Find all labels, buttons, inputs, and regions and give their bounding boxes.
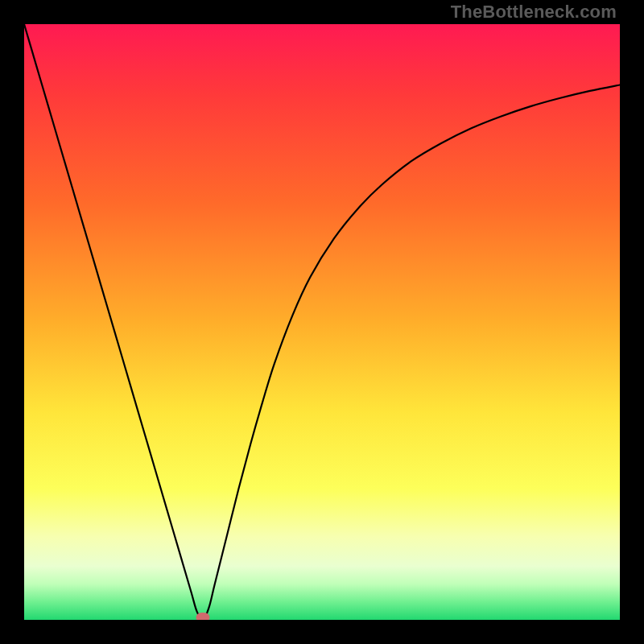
minimum-marker <box>196 613 210 620</box>
plot-area <box>24 24 620 620</box>
chart-frame: TheBottleneck.com <box>0 0 644 644</box>
curve-layer <box>24 24 620 620</box>
bottleneck-curve <box>24 24 620 620</box>
watermark-text: TheBottleneck.com <box>451 2 617 23</box>
